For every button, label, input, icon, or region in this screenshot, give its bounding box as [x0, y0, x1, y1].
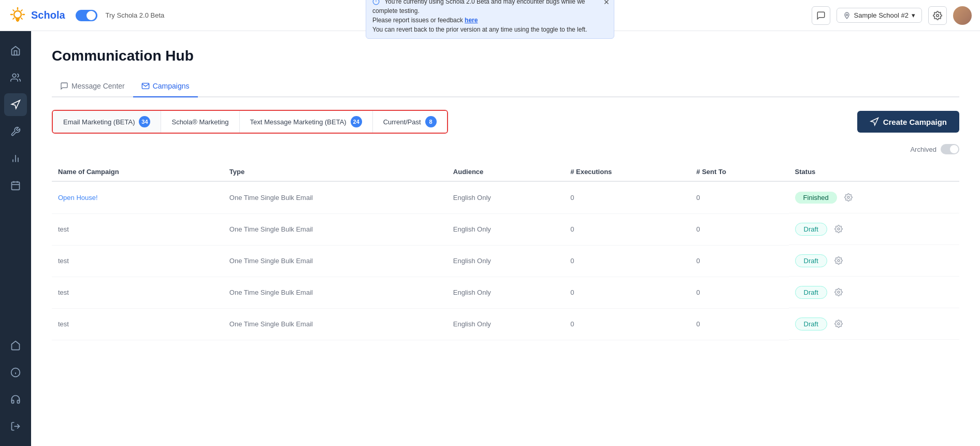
subtabs-toolbar: Email Marketing (BETA) 34 Schola® Market…: [52, 110, 959, 134]
megaphone-btn-icon: [870, 117, 879, 126]
cell-executions: 0: [564, 213, 690, 245]
sidebar-item-building[interactable]: [4, 334, 27, 357]
tab-campaigns[interactable]: Campaigns: [133, 77, 198, 97]
subtab-schola-label: Schola® Marketing: [171, 118, 228, 126]
cell-name: Open House!: [52, 181, 223, 213]
subtab-email-marketing[interactable]: Email Marketing (BETA) 34: [53, 111, 161, 133]
gear-icon: [834, 320, 843, 328]
beta-toggle[interactable]: [76, 10, 97, 21]
subtab-schola-marketing[interactable]: Schola® Marketing: [161, 111, 239, 133]
cell-sent-to: 0: [690, 181, 788, 213]
subtab-email-badge: 34: [139, 116, 150, 127]
cell-name: test: [52, 277, 223, 308]
chat-icon: [816, 11, 826, 20]
svg-rect-10: [16, 20, 19, 21]
table-row: testOne Time Single Bulk EmailEnglish On…: [52, 308, 959, 340]
svg-point-12: [936, 14, 939, 17]
table-body: Open House!One Time Single Bulk EmailEng…: [52, 181, 959, 340]
create-campaign-label: Create Campaign: [883, 118, 947, 126]
archived-toggle[interactable]: [941, 144, 959, 154]
building-icon: [10, 340, 21, 351]
settings-button[interactable]: [928, 6, 947, 25]
campaigns-table: Name of Campaign Type Audience # Executi…: [52, 163, 959, 340]
school-name: Sample School #2: [854, 11, 909, 19]
beta-label: Try Schola 2.0 Beta: [106, 11, 165, 19]
schola-logo-icon: [8, 6, 27, 25]
col-header-type: Type: [223, 163, 447, 181]
svg-point-27: [838, 260, 840, 262]
alert-link[interactable]: here: [465, 17, 478, 24]
logo-area: Schola: [8, 6, 65, 25]
tab-campaigns-label: Campaigns: [153, 82, 190, 90]
sidebar-item-tools[interactable]: [4, 120, 27, 143]
headphones-icon: [10, 394, 21, 405]
create-campaign-button[interactable]: Create Campaign: [857, 111, 959, 133]
tab-message-center[interactable]: Message Center: [52, 77, 133, 97]
alert-icon: [372, 0, 380, 5]
subtab-text-message[interactable]: Text Message Marketing (BETA) 24: [240, 111, 373, 133]
cell-status: Draft: [789, 213, 959, 245]
gear-icon: [834, 225, 843, 233]
table-row: Open House!One Time Single Bulk EmailEng…: [52, 181, 959, 213]
table-row: testOne Time Single Bulk EmailEnglish On…: [52, 213, 959, 245]
svg-line-8: [21, 10, 22, 11]
row-gear-button[interactable]: [831, 316, 846, 331]
chat-circle-icon: [60, 82, 68, 90]
main-tabs: Message Center Campaigns: [52, 77, 959, 97]
subtab-text-label: Text Message Marketing (BETA): [250, 118, 347, 126]
sidebar-item-calendar[interactable]: [4, 174, 27, 197]
cell-executions: 0: [564, 308, 690, 340]
cell-name: test: [52, 213, 223, 245]
sidebar-item-users[interactable]: [4, 66, 27, 89]
subtab-email-label: Email Marketing (BETA): [63, 118, 135, 126]
subtab-text-badge: 24: [351, 116, 362, 127]
chevron-down-icon: ▾: [912, 11, 915, 19]
school-selector[interactable]: Sample School #2 ▾: [837, 8, 922, 23]
subtab-current-past-badge: 8: [425, 116, 437, 127]
archived-row: Archived: [52, 144, 959, 154]
location-icon: [843, 12, 851, 19]
subtab-current-past[interactable]: Current/Past 8: [373, 111, 447, 133]
cell-type: One Time Single Bulk Email: [223, 245, 447, 277]
chat-button[interactable]: [812, 6, 830, 25]
archived-label: Archived: [910, 146, 936, 153]
table-row: testOne Time Single Bulk EmailEnglish On…: [52, 277, 959, 308]
sidebar-item-info[interactable]: [4, 361, 27, 384]
cell-status: Draft: [789, 277, 959, 308]
status-badge: Draft: [795, 318, 827, 330]
svg-point-28: [838, 291, 840, 293]
cell-executions: 0: [564, 245, 690, 277]
cell-status: Draft: [789, 245, 959, 277]
cell-name: test: [52, 245, 223, 277]
cell-type: One Time Single Bulk Email: [223, 308, 447, 340]
row-gear-button[interactable]: [831, 253, 846, 268]
close-icon[interactable]: ✕: [603, 0, 610, 8]
cell-name: test: [52, 308, 223, 340]
gear-icon: [933, 11, 942, 20]
info-icon: [10, 367, 21, 378]
top-nav: Schola Try Schola 2.0 Beta You're curren…: [0, 0, 980, 31]
cell-status: Draft: [789, 308, 959, 340]
avatar[interactable]: [953, 6, 972, 25]
svg-point-13: [12, 74, 16, 78]
cell-status: Finished: [789, 182, 959, 213]
sidebar-item-home[interactable]: [4, 39, 27, 62]
row-gear-button[interactable]: [841, 190, 856, 205]
alert-line2: Please report issues or feedback: [372, 17, 465, 24]
subtabs-container: Email Marketing (BETA) 34 Schola® Market…: [52, 110, 448, 134]
sidebar: [0, 31, 31, 446]
users-icon: [10, 73, 21, 83]
sidebar-item-headphones[interactable]: [4, 388, 27, 411]
row-gear-button[interactable]: [831, 285, 846, 299]
sidebar-item-logout[interactable]: [4, 415, 27, 438]
svg-rect-9: [16, 18, 20, 20]
cell-type: One Time Single Bulk Email: [223, 213, 447, 245]
row-gear-button[interactable]: [831, 222, 846, 236]
sidebar-item-chart[interactable]: [4, 147, 27, 170]
campaign-name-link[interactable]: Open House!: [58, 194, 98, 202]
col-header-audience: Audience: [447, 163, 564, 181]
cell-sent-to: 0: [690, 213, 788, 245]
alert-line1: You're currently using Schola 2.0 Beta a…: [372, 0, 585, 15]
sidebar-item-megaphone[interactable]: [4, 93, 27, 116]
page-title: Communication Hub: [52, 48, 959, 64]
